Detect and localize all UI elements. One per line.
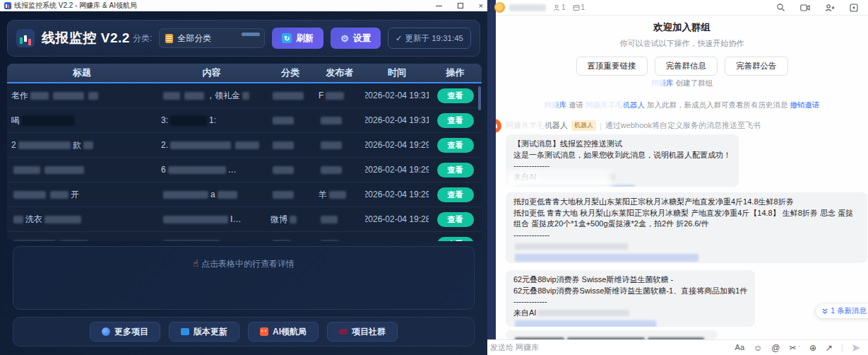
cell-content: a <box>157 182 266 206</box>
check-icon: ✓ <box>396 33 403 43</box>
expand-icon[interactable]: ↗ <box>826 344 833 352</box>
view-button[interactable]: 查看 <box>437 237 474 242</box>
chat-bubble[interactable]: 62元叠88vip消费券 Swisse斯维诗益生菌软糖 -62元叠88vip消费… <box>506 270 755 327</box>
redacted-content <box>515 243 628 250</box>
table-row[interactable]: 2款2.2026-02-04 19:29查看 <box>7 133 482 158</box>
close-button[interactable]: × <box>479 2 483 10</box>
view-button[interactable]: 查看 <box>437 113 474 128</box>
attach-icon[interactable]: ⊕ <box>809 344 816 352</box>
new-message-pill[interactable]: 1 条新消息 <box>816 304 868 318</box>
cell-publisher <box>314 108 365 132</box>
AI领航局-button[interactable]: AI领航局 <box>248 322 319 342</box>
chat-bubble[interactable]: 【测试消息】线报监控推送测试这是一条测试消息，如果您收到此消息，说明机器人配置成… <box>506 134 739 187</box>
welcome-action-button[interactable]: 完善群公告 <box>725 57 788 76</box>
redacted-content <box>273 191 294 199</box>
message-input-placeholder[interactable]: 发送给 网赚库 <box>490 342 539 353</box>
table-scrollbar[interactable] <box>478 86 481 110</box>
link[interactable]: 网赚库 <box>545 100 567 109</box>
redacted-content <box>170 141 231 149</box>
cell-title: 喝 <box>7 108 157 132</box>
redacted-content <box>22 115 74 126</box>
cell-category <box>266 83 314 107</box>
redacted-content <box>218 191 237 199</box>
版本更新-button[interactable]: 版本更新 <box>169 322 239 342</box>
cell-content: 3:1: <box>157 108 266 132</box>
redacted-content <box>290 216 297 223</box>
view-button[interactable]: 查看 <box>437 138 474 153</box>
更多项目-button[interactable]: 更多项目 <box>90 322 160 342</box>
link[interactable]: 撤销邀请 <box>790 100 819 109</box>
category-select[interactable]: 全部分类 <box>159 28 265 48</box>
link[interactable]: 网赚库 <box>651 78 674 87</box>
message-input-bar[interactable]: 发送给 网赚库 Aa ☺ @ ✂ ˇ ⊕ ↗ <box>486 339 868 355</box>
chat-bubble[interactable]: 抵扣更低青青大地秋月梨山东莱阳正宗秋月冰糖梨产地直发净重4斤14.8生鲜8折券抵… <box>506 192 867 263</box>
cell-publisher: F <box>314 83 365 107</box>
welcome-action-button[interactable]: 完善群信息 <box>655 57 718 76</box>
cell-action: 查看 <box>429 108 482 132</box>
redacted-content <box>13 216 23 223</box>
view-button[interactable]: 查看 <box>437 163 474 178</box>
redacted-content <box>235 141 259 149</box>
column-header: 发布者 <box>314 64 365 82</box>
redacted-content <box>242 92 249 100</box>
group-name-redacted[interactable] <box>509 4 546 11</box>
table-row[interactable]: 洗衣Ⅰ…微博2026-02-04 19:28查看 <box>7 207 482 232</box>
hint-text: ☝点击表格中的行查看详情 <box>13 258 474 270</box>
cell-title: 2款 <box>7 133 157 157</box>
redacted-content <box>537 310 629 316</box>
system-message-group-created: 网赚库 创建了群组 <box>496 78 868 88</box>
category-label: 分类: <box>133 33 152 45</box>
cell-content: Ⅰ… <box>157 207 266 231</box>
table-row[interactable]: 喝3:1:2026-02-04 19:31查看 <box>7 108 482 133</box>
cell-time: 2026-02-04 19:29 <box>365 158 429 182</box>
format-icon[interactable]: Aa <box>735 344 744 351</box>
refresh-button[interactable]: ↻ 刷新 <box>272 28 323 49</box>
cell-category <box>266 108 314 132</box>
robot-icon <box>260 327 268 336</box>
group-avatar[interactable] <box>494 2 505 13</box>
welcome-action-button[interactable]: 置顶重要链接 <box>576 57 648 76</box>
maximize-button[interactable] <box>458 3 463 8</box>
window-titlebar: 线报监控系统 V2.2 - 网赚库 & AI领航局 × <box>0 0 487 11</box>
screenshot-icon[interactable]: ✂ <box>789 344 796 352</box>
member-count[interactable]: 1 <box>553 4 566 11</box>
welcome-title: 欢迎加入群组 <box>496 21 868 34</box>
view-button[interactable]: 查看 <box>437 212 474 227</box>
table-row[interactable]: 查看 <box>7 232 482 241</box>
table-row[interactable]: 老作，领礼金F2026-02-04 19:31查看 <box>7 83 482 108</box>
table-header-row: 标题内容分类发布者时间操作 <box>7 64 482 83</box>
band-icon <box>339 329 347 334</box>
cell-title: 洗衣 <box>7 207 157 231</box>
view-button[interactable]: 查看 <box>437 88 474 103</box>
cell-action: 查看 <box>429 182 482 206</box>
redacted-content <box>13 166 40 174</box>
emoji-icon[interactable]: ☺ <box>754 344 762 352</box>
detail-panel: ☝点击表格中的行查看详情 <box>13 246 475 310</box>
screenshot-caret-icon[interactable]: ˇ <box>799 345 800 350</box>
项目社群-button[interactable]: 项目社群 <box>327 322 398 342</box>
redacted-content <box>329 191 346 199</box>
settings-icon[interactable] <box>850 4 858 12</box>
settings-button[interactable]: ⚙ 设置 <box>331 28 381 49</box>
bot-name[interactable]: 网赚库羊毛机器人 <box>506 120 568 131</box>
video-call-icon[interactable] <box>800 4 810 12</box>
redacted-content <box>184 92 204 100</box>
redacted-content <box>13 191 46 199</box>
tab-count[interactable]: 1 <box>573 4 585 11</box>
bot-avatar[interactable] <box>496 119 501 133</box>
link[interactable]: 网赚库羊毛机器人 <box>585 100 645 109</box>
view-button[interactable]: 查看 <box>437 187 474 202</box>
send-icon[interactable] <box>852 344 861 352</box>
table-row[interactable]: 开a羊2026-02-04 19:29查看 <box>7 182 482 207</box>
search-icon[interactable] <box>776 3 785 12</box>
table-row[interactable]: 6…2026-02-04 19:29查看 <box>7 158 482 182</box>
app-logo-icon <box>16 29 35 47</box>
minimize-button[interactable] <box>436 6 442 6</box>
cell-content <box>157 232 266 241</box>
chat-bubble[interactable] <box>506 330 718 339</box>
mention-icon[interactable]: @ <box>771 344 780 352</box>
chat-header: 1 1 <box>496 0 868 16</box>
cell-publisher <box>314 133 365 157</box>
column-header: 操作 <box>429 64 482 82</box>
add-member-icon[interactable] <box>825 4 835 12</box>
